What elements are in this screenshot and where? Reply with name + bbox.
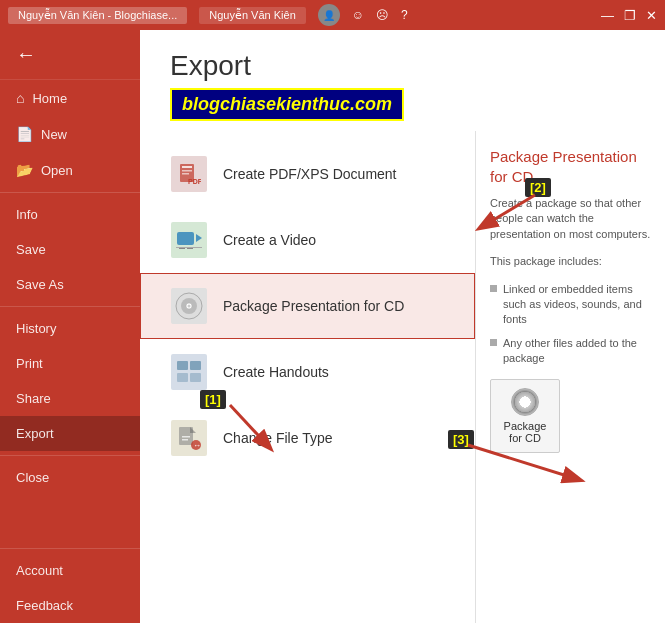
cd-button-wrap: Packagefor CD	[490, 379, 651, 453]
sidebar-item-label: Save As	[16, 277, 64, 292]
emoji-smile-icon[interactable]: ☺	[352, 8, 364, 22]
video-icon	[171, 222, 207, 258]
avatar: 👤	[318, 4, 340, 26]
svg-rect-16	[177, 373, 188, 382]
right-panel: Package Presentation for CD Create a pac…	[475, 131, 665, 623]
content-area: Export blogchiasekienthuc.com PDF	[140, 30, 665, 623]
handouts-icon	[171, 354, 207, 390]
tab-1[interactable]: Nguyễn Văn Kiên - Blogchiase...	[8, 7, 187, 24]
svg-rect-14	[177, 361, 188, 370]
home-icon: ⌂	[16, 90, 24, 106]
svg-rect-5	[177, 232, 194, 245]
sidebar-item-history[interactable]: History	[0, 311, 140, 346]
help-icon[interactable]: ?	[401, 8, 408, 22]
sidebar-item-close[interactable]: Close	[0, 460, 140, 495]
svg-marker-19	[190, 427, 196, 433]
export-option-video[interactable]: Create a Video	[140, 207, 475, 273]
titlebar: Nguyễn Văn Kiên - Blogchiase... Nguyễn V…	[0, 0, 665, 30]
export-option-pdf[interactable]: PDF Create PDF/XPS Document	[140, 141, 475, 207]
sidebar-spacer	[0, 495, 140, 544]
divider-2	[0, 306, 140, 307]
sidebar-item-label: Home	[32, 91, 67, 106]
sidebar: ← ⌂ Home 📄 New 📂 Open Info Save Save As …	[0, 30, 140, 623]
window-controls: — ❐ ✕	[601, 8, 657, 23]
export-option-label: Change File Type	[223, 430, 332, 446]
sidebar-item-info[interactable]: Info	[0, 197, 140, 232]
export-option-cd[interactable]: Package Presentation for CD	[140, 273, 475, 339]
tab-2[interactable]: Nguyễn Văn Kiên	[199, 7, 306, 24]
sidebar-item-label: Share	[16, 391, 51, 406]
blog-banner: blogchiasekienthuc.com	[170, 88, 404, 121]
back-icon: ←	[16, 43, 36, 66]
sidebar-item-save[interactable]: Save	[0, 232, 140, 267]
sidebar-item-label: Open	[41, 163, 73, 178]
svg-text:↔: ↔	[193, 441, 201, 450]
open-icon: 📂	[16, 162, 33, 178]
bullet-icon	[490, 339, 497, 346]
minimize-button[interactable]: —	[601, 8, 614, 23]
new-doc-icon: 📄	[16, 126, 33, 142]
sidebar-item-label: Account	[16, 563, 63, 578]
sidebar-item-label: Export	[16, 426, 54, 441]
package-for-cd-button[interactable]: Packagefor CD	[490, 379, 560, 453]
svg-point-13	[188, 305, 191, 308]
svg-rect-21	[182, 439, 188, 441]
panel-title: Package Presentation for CD	[490, 147, 651, 186]
close-button[interactable]: ✕	[646, 8, 657, 23]
sidebar-item-label: Feedback	[16, 598, 73, 613]
sidebar-item-print[interactable]: Print	[0, 346, 140, 381]
sidebar-item-label: Print	[16, 356, 43, 371]
restore-button[interactable]: ❐	[624, 8, 636, 23]
panel-description: Create a package so that other people ca…	[490, 196, 651, 242]
divider-3	[0, 455, 140, 456]
sidebar-item-open[interactable]: 📂 Open	[0, 152, 140, 188]
panel-includes-label: This package includes:	[490, 254, 651, 269]
list-item-text: Linked or embedded items such as videos,…	[503, 282, 651, 328]
titlebar-left: Nguyễn Văn Kiên - Blogchiase... Nguyễn V…	[8, 4, 408, 26]
cd-icon	[171, 288, 207, 324]
export-option-label: Package Presentation for CD	[223, 298, 404, 314]
panel-list: Linked or embedded items such as videos,…	[490, 282, 651, 367]
sidebar-item-label: Close	[16, 470, 49, 485]
export-body: PDF Create PDF/XPS Document	[140, 131, 665, 623]
list-item: Linked or embedded items such as videos,…	[490, 282, 651, 328]
svg-rect-9	[176, 247, 202, 248]
cd-disk-icon	[511, 388, 539, 416]
svg-rect-3	[182, 173, 189, 175]
svg-rect-17	[190, 373, 201, 382]
sidebar-item-feedback[interactable]: Feedback	[0, 588, 140, 623]
svg-marker-6	[196, 234, 202, 242]
export-option-label: Create Handouts	[223, 364, 329, 380]
sidebar-item-saveas[interactable]: Save As	[0, 267, 140, 302]
svg-rect-15	[190, 361, 201, 370]
svg-rect-20	[182, 436, 190, 438]
page-title: Export	[170, 50, 635, 82]
list-item: Any other files added to the package	[490, 336, 651, 367]
sidebar-item-share[interactable]: Share	[0, 381, 140, 416]
filetype-icon: ↔	[171, 420, 207, 456]
export-option-label: Create PDF/XPS Document	[223, 166, 397, 182]
sidebar-item-new[interactable]: 📄 New	[0, 116, 140, 152]
export-option-label: Create a Video	[223, 232, 316, 248]
svg-text:PDF: PDF	[188, 178, 201, 185]
export-option-filetype[interactable]: ↔ Change File Type	[140, 405, 475, 471]
sidebar-item-home[interactable]: ⌂ Home	[0, 80, 140, 116]
cd-button-label: Packagefor CD	[504, 420, 547, 444]
sidebar-item-label: New	[41, 127, 67, 142]
divider-4	[0, 548, 140, 549]
export-options-list: PDF Create PDF/XPS Document	[140, 131, 475, 623]
sidebar-item-label: History	[16, 321, 56, 336]
svg-rect-1	[182, 166, 192, 168]
svg-rect-2	[182, 170, 192, 172]
sidebar-item-label: Info	[16, 207, 38, 222]
export-option-handouts[interactable]: Create Handouts	[140, 339, 475, 405]
emoji-sad-icon[interactable]: ☹	[376, 8, 389, 22]
list-item-text: Any other files added to the package	[503, 336, 651, 367]
sidebar-item-account[interactable]: Account	[0, 553, 140, 588]
sidebar-item-export[interactable]: Export	[0, 416, 140, 451]
bullet-icon	[490, 285, 497, 292]
main-layout: ← ⌂ Home 📄 New 📂 Open Info Save Save As …	[0, 30, 665, 623]
divider-1	[0, 192, 140, 193]
back-button[interactable]: ←	[0, 30, 140, 80]
export-header: Export blogchiasekienthuc.com	[140, 30, 665, 131]
